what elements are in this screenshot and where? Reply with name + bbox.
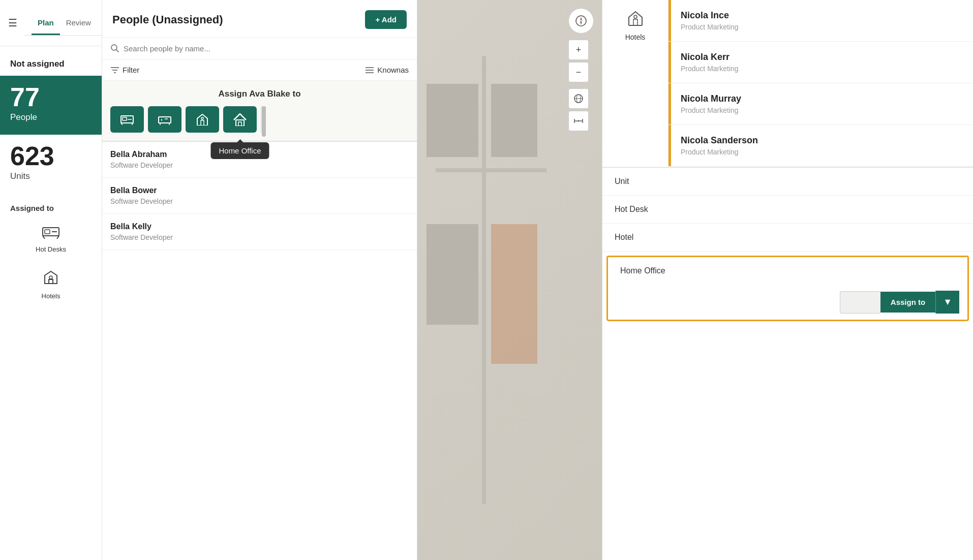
assign-to-left-area xyxy=(840,291,880,314)
card-name: Nicola Kerr xyxy=(681,52,961,63)
person-card[interactable]: Nicola Sanderson Product Marketing xyxy=(668,125,973,167)
person-card[interactable]: Nicola Murray Product Marketing xyxy=(668,83,973,125)
card-name: Nicola Ince xyxy=(681,10,961,21)
assign-to-row: Assign to ▼ xyxy=(608,285,967,320)
hotels-label: Hotels xyxy=(42,292,60,300)
svg-point-5 xyxy=(49,276,52,279)
search-input[interactable] xyxy=(124,44,409,53)
nav-tabs: Plan Review xyxy=(23,10,105,36)
svg-rect-41 xyxy=(633,19,637,25)
left-sidebar: ☰ Plan Review Not assigned 77 People 623… xyxy=(0,0,102,560)
list-item[interactable]: Bella Bower Software Developer xyxy=(102,178,417,214)
globe-button[interactable] xyxy=(568,88,589,109)
card-role: Product Marketing xyxy=(681,65,961,73)
search-bar xyxy=(102,38,417,59)
hot-desks-label: Hot Desks xyxy=(36,245,66,253)
map-block xyxy=(491,84,537,157)
people-list: Bella Abraham Software Developer Bella B… xyxy=(102,142,417,560)
card-role: Product Marketing xyxy=(681,148,961,156)
map-controls: + − xyxy=(568,8,594,131)
map-road xyxy=(482,56,486,504)
assign-to-dropdown-button[interactable]: ▼ xyxy=(935,291,959,314)
assign-icons-row: Home Office xyxy=(110,106,409,133)
assign-hotel-button[interactable] xyxy=(186,106,219,133)
units-label: Units xyxy=(10,171,92,181)
filter-icon xyxy=(110,67,119,74)
filter-label: Filter xyxy=(123,66,139,74)
map-block xyxy=(427,224,478,325)
compass-button[interactable] xyxy=(568,8,594,34)
assign-option-unit[interactable]: Unit xyxy=(602,168,973,196)
knownas-icon xyxy=(365,67,374,74)
person-role: Software Developer xyxy=(110,161,409,169)
list-item[interactable]: Bella Kelly Software Developer xyxy=(102,214,417,250)
sidebar-item-hotels[interactable]: Hotels xyxy=(0,261,102,308)
tab-review[interactable]: Review xyxy=(60,10,97,35)
home-office-selected-label: Home Office xyxy=(608,257,967,285)
card-role: Product Marketing xyxy=(681,106,961,114)
filter-button[interactable]: Filter xyxy=(110,66,139,74)
svg-marker-33 xyxy=(580,21,582,25)
panel: People (Unassigned) + Add Filter xyxy=(102,0,417,560)
svg-point-28 xyxy=(201,117,203,119)
panel-header: People (Unassigned) + Add xyxy=(102,0,417,38)
map-area: + − xyxy=(417,0,602,560)
assign-options: Unit Hot Desk Hotel xyxy=(602,168,973,252)
svg-rect-26 xyxy=(201,120,204,126)
assign-hot-desk-button[interactable] xyxy=(148,106,181,133)
person-name: Bella Kelly xyxy=(110,222,409,231)
assign-unit-button[interactable] xyxy=(110,106,144,133)
assign-home-office-button[interactable] xyxy=(223,106,257,133)
assign-option-hotel[interactable]: Hotel xyxy=(602,224,973,252)
stat-units[interactable]: 623 Units xyxy=(0,135,102,194)
sidebar-header: ☰ Plan Review xyxy=(0,0,102,46)
people-label: People xyxy=(10,112,92,122)
filter-row: Filter Knownas xyxy=(102,59,417,81)
hamburger-icon[interactable]: ☰ xyxy=(8,17,17,29)
add-button[interactable]: + Add xyxy=(365,10,407,29)
card-role: Product Marketing xyxy=(681,23,961,31)
home-office-wrapper: Home Office xyxy=(223,106,257,133)
svg-rect-30 xyxy=(238,122,241,126)
assign-scrollbar[interactable] xyxy=(261,106,266,133)
stat-people[interactable]: 77 People xyxy=(0,76,102,135)
svg-line-8 xyxy=(116,50,119,52)
svg-point-42 xyxy=(634,15,637,18)
assign-banner: Assign Ava Blake to xyxy=(102,81,417,142)
people-count: 77 xyxy=(10,84,92,110)
right-panel-top: Hotels Nicola Ince Product Marketing Nic… xyxy=(602,0,973,167)
tab-plan[interactable]: Plan xyxy=(32,10,60,35)
assign-title: Assign Ava Blake to xyxy=(110,89,409,99)
hotels-sidebar: Hotels xyxy=(602,0,668,167)
assign-option-hot-desk[interactable]: Hot Desk xyxy=(602,196,973,224)
map-block xyxy=(427,84,478,157)
assigned-to-label: Assigned to xyxy=(0,194,102,216)
search-icon xyxy=(110,44,119,53)
card-name: Nicola Murray xyxy=(681,94,961,104)
person-card[interactable]: Nicola Ince Product Marketing xyxy=(668,0,973,42)
zoom-out-button[interactable]: − xyxy=(568,62,589,82)
panel-title: People (Unassigned) xyxy=(112,13,223,26)
assign-to-button[interactable]: Assign to xyxy=(880,292,935,313)
hot-desks-icon xyxy=(42,225,60,242)
svg-rect-1 xyxy=(45,230,50,234)
person-card[interactable]: Nicola Kerr Product Marketing xyxy=(668,42,973,83)
hotels-sidebar-icon xyxy=(627,10,644,31)
home-office-tooltip: Home Office xyxy=(210,142,269,159)
main-content: People (Unassigned) + Add Filter xyxy=(102,0,973,560)
hotels-icon xyxy=(43,269,59,289)
measure-button[interactable] xyxy=(568,111,589,131)
knownas-button[interactable]: Knownas xyxy=(365,66,409,74)
units-count: 623 xyxy=(10,143,92,169)
zoom-in-button[interactable]: + xyxy=(568,40,589,60)
knownas-label: Knownas xyxy=(377,66,409,74)
not-assigned-section: Not assigned 77 People 623 Units xyxy=(0,46,102,194)
home-office-selected-box: Home Office Assign to ▼ xyxy=(606,256,969,321)
svg-rect-16 xyxy=(123,117,127,120)
scrollbar-thumb xyxy=(262,106,266,137)
svg-rect-29 xyxy=(236,120,244,126)
person-name: Bella Bower xyxy=(110,186,409,195)
svg-rect-20 xyxy=(159,117,171,123)
sidebar-item-hot-desks[interactable]: Hot Desks xyxy=(0,216,102,261)
bottom-section: Unit Hot Desk Hotel Home Office Assign t… xyxy=(602,167,973,325)
